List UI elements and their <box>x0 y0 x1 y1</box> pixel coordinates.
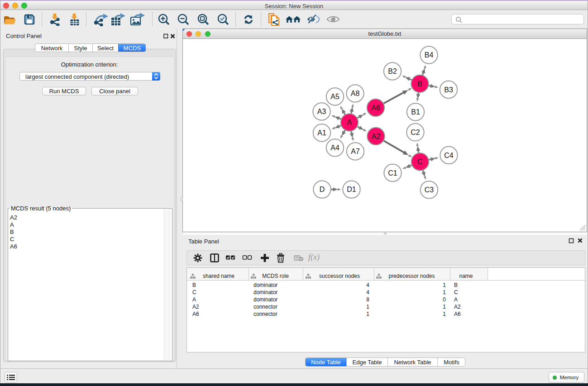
svg-text:B4: B4 <box>425 51 434 59</box>
svg-text:A8: A8 <box>351 90 360 97</box>
svg-text:B2: B2 <box>388 67 397 75</box>
svg-text:C4: C4 <box>444 152 454 159</box>
svg-text:A1: A1 <box>317 129 326 137</box>
svg-text:B: B <box>417 80 422 88</box>
svg-text:A7: A7 <box>351 148 360 155</box>
svg-text:B1: B1 <box>411 108 420 116</box>
svg-text:C1: C1 <box>388 169 397 177</box>
svg-text:C: C <box>417 158 423 166</box>
svg-text:B3: B3 <box>444 86 453 94</box>
svg-text:A5: A5 <box>330 93 339 100</box>
svg-text:A: A <box>347 119 352 126</box>
svg-text:A3: A3 <box>317 108 326 115</box>
svg-text:D: D <box>320 186 325 193</box>
svg-text:A4: A4 <box>330 144 339 152</box>
svg-text:A6: A6 <box>371 104 380 112</box>
svg-text:A2: A2 <box>372 133 381 140</box>
svg-text:D1: D1 <box>347 186 356 193</box>
svg-text:C2: C2 <box>411 129 420 136</box>
svg-text:C3: C3 <box>425 186 434 194</box>
